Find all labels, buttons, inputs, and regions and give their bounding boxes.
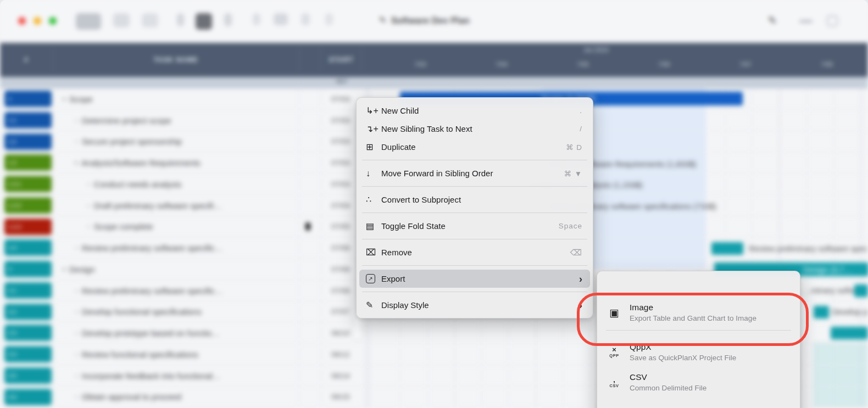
task-name-cell[interactable]: ○ Review preliminary software specific…: [55, 237, 297, 259]
task-start-cell: 07/03: [321, 152, 360, 174]
menu-item-move-forward[interactable]: ↓ Move Forward in Sibling Order ⌘ ▼: [359, 164, 590, 182]
task-state-icon[interactable]: ○: [75, 394, 78, 400]
task-state-icon[interactable]: ○: [87, 203, 90, 209]
fold-book-icon: ▤: [366, 221, 381, 231]
document-title[interactable]: Software Dev Plan: [391, 16, 470, 26]
task-name-label: Review functional specifications: [82, 350, 198, 359]
toolbar-icon[interactable]: [177, 13, 184, 26]
column-divider: [299, 259, 299, 280]
task-state-icon[interactable]: ○: [87, 181, 90, 187]
column-divider: [321, 259, 321, 280]
menu-separator: [362, 265, 587, 266]
expand-panel-icon[interactable]: [827, 15, 838, 26]
task-name-cell[interactable]: ▾ Analysis/Software Requirements: [55, 152, 297, 174]
task-name-cell[interactable]: ○ Review functional specifications: [55, 344, 297, 365]
column-divider: [321, 174, 321, 194]
task-name-cell[interactable]: ○ Conduct needs analysis: [55, 174, 297, 195]
toolbar-icon[interactable]: [196, 13, 212, 30]
submenu-item-desc: Export Table and Gantt Chart to Image: [630, 314, 756, 323]
task-name-cell[interactable]: ○ Incorporate feedback into functional…: [55, 365, 297, 387]
menu-item-duplicate[interactable]: ⊞ Duplicate ⌘ D: [359, 138, 590, 156]
header-separator: [321, 48, 321, 71]
menu-separator: [362, 292, 587, 292]
menu-separator: [362, 160, 587, 160]
menu-item-display-style[interactable]: ✎ Display Style ›: [359, 296, 590, 314]
task-state-icon[interactable]: ○: [75, 138, 78, 144]
header-separator: [299, 48, 299, 71]
export-icon: ↗: [366, 274, 381, 283]
menu-item-remove[interactable]: ⌧ Remove ⌫: [359, 243, 590, 261]
column-header-num: #: [0, 43, 53, 77]
menu-item-convert-subproject[interactable]: ∴ Convert to Subproject: [359, 191, 590, 209]
toolbar-icon[interactable]: [76, 13, 101, 30]
column-divider: [53, 174, 53, 194]
task-start-cell: 07/03: [321, 131, 360, 153]
close-window-button[interactable]: [18, 17, 26, 25]
task-state-icon[interactable]: ○: [75, 118, 78, 124]
zoom-window-button[interactable]: [49, 17, 57, 25]
task-state-icon[interactable]: ▾: [75, 160, 77, 166]
edit-title-pencil-icon[interactable]: ✎: [379, 15, 386, 25]
menu-item-new-child[interactable]: ↳+ New Child .: [359, 102, 590, 120]
column-divider: [299, 152, 299, 173]
menu-item-new-sibling[interactable]: ↴+ New Sibling Task to Next /: [359, 120, 590, 138]
task-start-cell: 06/15: [321, 387, 360, 408]
gantt-day-label: 7/07: [729, 61, 762, 68]
submenu-item-qppx[interactable]: × QPP QppX Save as QuickPlanX Project Fi…: [597, 337, 800, 367]
column-divider: [321, 152, 321, 173]
titlebar: ✎ Software Dev Plan ✎: [0, 0, 868, 43]
task-name-cell[interactable]: ▾ Design: [55, 259, 297, 280]
row-number-chip: 2.4: [4, 346, 52, 362]
task-start-cell: 07/05: [321, 216, 360, 238]
column-divider: [321, 301, 321, 322]
task-name-cell[interactable]: ○ Develop functional specifications: [55, 301, 297, 323]
column-divider: [53, 322, 53, 343]
task-start-cell: 06/14: [321, 365, 360, 387]
menu-item-label: Move Forward in Sibling Order: [381, 169, 564, 178]
toolbar-icon[interactable]: [224, 13, 232, 26]
task-name-cell[interactable]: ○ Scope complete: [55, 216, 297, 238]
task-name-cell[interactable]: ○ Draft preliminary software specifi…: [55, 195, 297, 216]
task-name-cell[interactable]: ○ Obtain approval to proceed: [55, 387, 297, 408]
task-state-icon[interactable]: ○: [75, 309, 78, 315]
task-state-icon[interactable]: ○: [75, 351, 78, 357]
minimize-window-button[interactable]: [34, 17, 41, 25]
submenu-item-csv[interactable]: , CSV CSV Common Delimited File: [597, 367, 800, 398]
toolbar-icon[interactable]: [253, 13, 260, 25]
toolbar-icon[interactable]: [325, 13, 333, 25]
task-name-label: Review preliminary software specific…: [82, 243, 223, 253]
task-name-cell[interactable]: ▾ Scope: [55, 88, 297, 110]
task-state-icon[interactable]: ○: [75, 245, 78, 251]
edit-mode-icon[interactable]: ✎: [768, 14, 777, 27]
more-options-icon[interactable]: [799, 20, 813, 23]
column-divider: [53, 88, 53, 109]
row-number-chip: 2.2: [4, 304, 52, 320]
menu-item-export[interactable]: ↗ Export ›: [359, 270, 590, 288]
toolbar-icon[interactable]: [301, 13, 310, 25]
row-number-chip: 2.6: [4, 389, 52, 405]
app-window: ✎ Software Dev Plan ✎ # TASK NAME START …: [0, 0, 868, 408]
submenu-chevron-icon: ›: [579, 300, 582, 310]
timeline-subheader: W27: [0, 77, 868, 88]
toolbar-icon[interactable]: [142, 13, 158, 27]
arrow-down-icon: ↓: [366, 169, 381, 178]
task-state-icon[interactable]: ○: [75, 373, 78, 379]
submenu-separator: [606, 330, 791, 331]
task-state-icon[interactable]: ○: [75, 330, 78, 336]
task-state-icon[interactable]: ▾: [63, 96, 65, 102]
task-name-cell[interactable]: ○ Develop prototype based on functio…: [55, 322, 297, 344]
task-name-cell[interactable]: ○ Determine project scope: [55, 110, 297, 131]
task-name-cell[interactable]: ○ Secure project sponsorship: [55, 131, 297, 153]
submenu-item-image[interactable]: ▣ Image Export Table and Gantt Chart to …: [597, 298, 800, 328]
toolbar-icon[interactable]: [113, 13, 130, 27]
task-state-icon[interactable]: ○: [75, 288, 78, 294]
task-state-icon[interactable]: ▾: [63, 266, 65, 272]
task-name-label: Scope complete: [94, 222, 153, 231]
context-menu: ↳+ New Child . ↴+ New Sibling Task to Ne…: [356, 97, 593, 318]
menu-item-toggle-fold[interactable]: ▤ Toggle Fold State Space: [359, 217, 590, 235]
menu-item-label: Convert to Subproject: [381, 195, 582, 204]
task-state-icon[interactable]: ○: [87, 223, 90, 230]
menu-separator: [362, 239, 587, 239]
toolbar-icon[interactable]: [274, 13, 288, 25]
task-name-cell[interactable]: ○ Review preliminary software specific…: [55, 280, 297, 301]
